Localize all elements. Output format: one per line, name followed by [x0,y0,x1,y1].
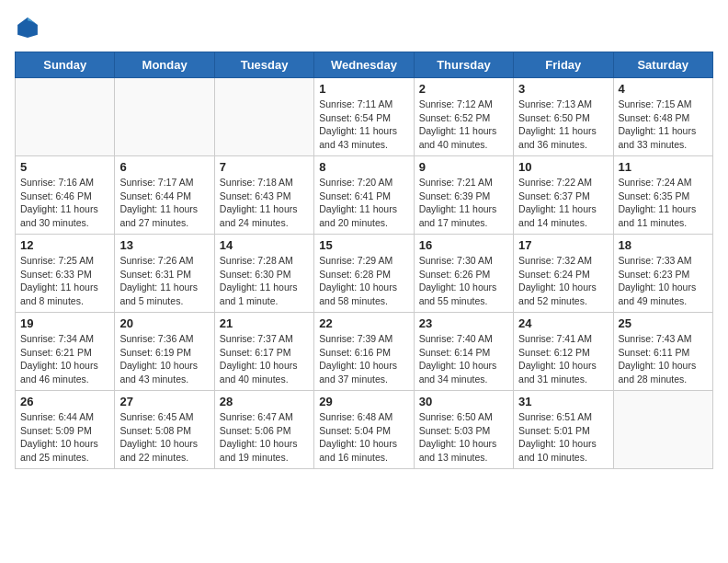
day-info: Sunrise: 7:11 AM Sunset: 6:54 PM Dayligh… [319,98,408,152]
day-number: 17 [518,238,608,252]
day-number: 10 [518,160,608,174]
calendar-cell: 13Sunrise: 7:26 AM Sunset: 6:31 PM Dayli… [115,235,214,313]
day-number: 5 [20,160,109,174]
day-number: 12 [20,238,109,252]
day-number: 7 [220,160,309,174]
day-number: 8 [319,160,408,174]
day-number: 30 [419,395,508,408]
day-number: 6 [119,160,209,174]
day-info: Sunrise: 7:13 AM Sunset: 6:50 PM Dayligh… [518,98,608,152]
day-info: Sunrise: 7:39 AM Sunset: 6:16 PM Dayligh… [319,332,408,386]
day-info: Sunrise: 6:44 AM Sunset: 5:09 PM Dayligh… [20,410,109,465]
day-info: Sunrise: 7:25 AM Sunset: 6:33 PM Dayligh… [20,254,109,308]
day-number: 20 [119,316,209,330]
calendar-cell: 21Sunrise: 7:37 AM Sunset: 6:17 PM Dayli… [214,313,313,391]
day-info: Sunrise: 7:36 AM Sunset: 6:19 PM Dayligh… [119,332,209,386]
day-number: 31 [518,395,608,408]
day-of-week-header: Monday [115,52,214,78]
day-info: Sunrise: 6:45 AM Sunset: 5:08 PM Dayligh… [119,410,209,465]
day-info: Sunrise: 7:21 AM Sunset: 6:39 PM Dayligh… [419,176,508,230]
day-info: Sunrise: 6:47 AM Sunset: 5:06 PM Dayligh… [220,410,309,465]
calendar-cell: 5Sunrise: 7:16 AM Sunset: 6:46 PM Daylig… [16,156,115,235]
calendar-cell: 3Sunrise: 7:13 AM Sunset: 6:50 PM Daylig… [514,78,613,156]
day-info: Sunrise: 7:28 AM Sunset: 6:30 PM Dayligh… [220,254,309,308]
day-number: 13 [119,238,209,252]
calendar-cell: 29Sunrise: 6:48 AM Sunset: 5:04 PM Dayli… [314,391,414,469]
day-number: 4 [619,82,708,96]
calendar-cell [613,391,712,469]
calendar-cell [16,78,115,156]
calendar-cell: 14Sunrise: 7:28 AM Sunset: 6:30 PM Dayli… [214,235,313,313]
day-number: 2 [419,82,508,96]
day-info: Sunrise: 7:18 AM Sunset: 6:43 PM Dayligh… [220,176,309,230]
day-number: 29 [319,395,408,408]
day-info: Sunrise: 7:12 AM Sunset: 6:52 PM Dayligh… [419,98,508,152]
logo-icon [15,15,40,40]
day-number: 23 [419,316,508,330]
calendar-cell: 15Sunrise: 7:29 AM Sunset: 6:28 PM Dayli… [314,235,414,313]
calendar-cell: 23Sunrise: 7:40 AM Sunset: 6:14 PM Dayli… [414,313,513,391]
calendar-cell: 25Sunrise: 7:43 AM Sunset: 6:11 PM Dayli… [613,313,712,391]
calendar-cell: 31Sunrise: 6:51 AM Sunset: 5:01 PM Dayli… [514,391,613,469]
day-info: Sunrise: 7:26 AM Sunset: 6:31 PM Dayligh… [119,254,209,308]
day-info: Sunrise: 7:41 AM Sunset: 6:12 PM Dayligh… [518,332,608,386]
calendar-week-row: 26Sunrise: 6:44 AM Sunset: 5:09 PM Dayli… [16,391,713,469]
day-info: Sunrise: 7:30 AM Sunset: 6:26 PM Dayligh… [419,254,508,308]
calendar-cell: 7Sunrise: 7:18 AM Sunset: 6:43 PM Daylig… [214,156,313,235]
day-info: Sunrise: 7:29 AM Sunset: 6:28 PM Dayligh… [319,254,408,308]
day-info: Sunrise: 7:32 AM Sunset: 6:24 PM Dayligh… [518,254,608,308]
day-number: 21 [220,316,309,330]
day-number: 27 [119,395,209,408]
day-info: Sunrise: 7:24 AM Sunset: 6:35 PM Dayligh… [619,176,708,230]
day-number: 1 [319,82,408,96]
day-number: 28 [220,395,309,408]
day-info: Sunrise: 7:37 AM Sunset: 6:17 PM Dayligh… [220,332,309,386]
calendar-cell: 27Sunrise: 6:45 AM Sunset: 5:08 PM Dayli… [115,391,214,469]
day-info: Sunrise: 6:48 AM Sunset: 5:04 PM Dayligh… [319,410,408,465]
calendar-cell [115,78,214,156]
day-of-week-header: Friday [514,52,613,78]
day-number: 15 [319,238,408,252]
day-of-week-header: Tuesday [214,52,313,78]
calendar-cell: 17Sunrise: 7:32 AM Sunset: 6:24 PM Dayli… [514,235,613,313]
calendar-cell: 1Sunrise: 7:11 AM Sunset: 6:54 PM Daylig… [314,78,414,156]
day-number: 22 [319,316,408,330]
calendar-week-row: 12Sunrise: 7:25 AM Sunset: 6:33 PM Dayli… [16,235,713,313]
day-info: Sunrise: 7:40 AM Sunset: 6:14 PM Dayligh… [419,332,508,386]
day-number: 24 [518,316,608,330]
day-number: 19 [20,316,109,330]
day-info: Sunrise: 7:33 AM Sunset: 6:23 PM Dayligh… [619,254,708,308]
day-info: Sunrise: 7:22 AM Sunset: 6:37 PM Dayligh… [518,176,608,230]
calendar-week-row: 19Sunrise: 7:34 AM Sunset: 6:21 PM Dayli… [16,313,713,391]
calendar-cell: 2Sunrise: 7:12 AM Sunset: 6:52 PM Daylig… [414,78,513,156]
day-number: 11 [619,160,708,174]
day-info: Sunrise: 7:15 AM Sunset: 6:48 PM Dayligh… [619,98,708,152]
logo [15,15,44,40]
day-of-week-header: Thursday [414,52,513,78]
calendar-cell: 12Sunrise: 7:25 AM Sunset: 6:33 PM Dayli… [16,235,115,313]
day-info: Sunrise: 6:50 AM Sunset: 5:03 PM Dayligh… [419,410,508,465]
svg-marker-0 [17,17,38,38]
day-number: 3 [518,82,608,96]
calendar-cell: 20Sunrise: 7:36 AM Sunset: 6:19 PM Dayli… [115,313,214,391]
calendar-week-row: 5Sunrise: 7:16 AM Sunset: 6:46 PM Daylig… [16,156,713,235]
day-number: 9 [419,160,508,174]
day-of-week-header: Wednesday [314,52,414,78]
calendar-cell [214,78,313,156]
day-info: Sunrise: 7:20 AM Sunset: 6:41 PM Dayligh… [319,176,408,230]
day-number: 18 [619,238,708,252]
day-number: 26 [20,395,109,408]
calendar-cell: 10Sunrise: 7:22 AM Sunset: 6:37 PM Dayli… [514,156,613,235]
calendar-table: SundayMondayTuesdayWednesdayThursdayFrid… [15,52,713,469]
day-of-week-header: Saturday [613,52,712,78]
calendar-cell: 16Sunrise: 7:30 AM Sunset: 6:26 PM Dayli… [414,235,513,313]
day-info: Sunrise: 6:51 AM Sunset: 5:01 PM Dayligh… [518,410,608,465]
calendar-cell: 11Sunrise: 7:24 AM Sunset: 6:35 PM Dayli… [613,156,712,235]
day-of-week-header: Sunday [16,52,115,78]
calendar-header-row: SundayMondayTuesdayWednesdayThursdayFrid… [16,52,713,78]
calendar-cell: 19Sunrise: 7:34 AM Sunset: 6:21 PM Dayli… [16,313,115,391]
calendar-cell: 18Sunrise: 7:33 AM Sunset: 6:23 PM Dayli… [613,235,712,313]
calendar-cell: 6Sunrise: 7:17 AM Sunset: 6:44 PM Daylig… [115,156,214,235]
calendar-cell: 28Sunrise: 6:47 AM Sunset: 5:06 PM Dayli… [214,391,313,469]
page-header [15,15,713,40]
